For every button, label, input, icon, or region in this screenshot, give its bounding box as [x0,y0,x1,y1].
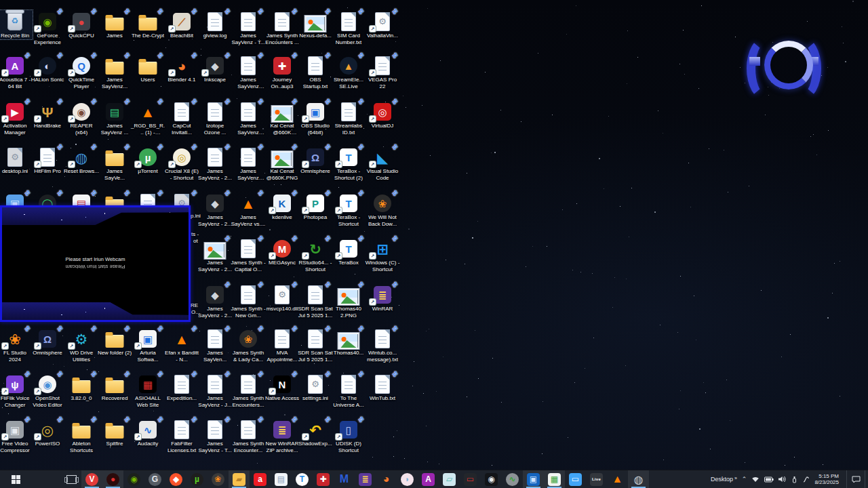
desktop-icon-wintub-co-message-txt[interactable]: ⇄Wintub.co... message).txt [365,327,400,363]
desktop-icon-omnisphere[interactable]: Ω⇄↗Omnisphere [298,146,333,175]
taskbar-item-live-badge-app[interactable]: Live [586,470,607,488]
desktop-icon-kai-cenat-660k-png[interactable]: ⇄Kai Cenat @660K.PNG [264,146,300,181]
desktop-icon-poweriso[interactable]: ◎⇄↗PowerISO [30,418,65,447]
hidden-icons-chevron-icon[interactable]: ⌃ [742,476,747,483]
desktop-icon-wintub-txt[interactable]: ⇄WinTub.txt [365,373,400,402]
desktop-icon-james-sayvenz-pre[interactable]: ⇄James SayVenz pre... [231,54,266,89]
taskbar-item-terabox[interactable]: T [292,470,313,488]
desktop-icon-omnisphere[interactable]: Ω⇄↗Omnisphere [30,327,65,357]
desktop-icon-we-will-not-back-dow[interactable]: ❀⇄We Will Not Back Dow... [365,192,400,227]
desktop-icon-3-82-0-0[interactable]: ⇄3.82.0_0 [64,373,99,402]
taskbar-item-blue-utility-app[interactable]: ▣ [523,470,544,488]
desktop-icon-expedition[interactable]: ⇄Expedition... [164,373,199,402]
taskbar-item-card-app[interactable]: ▭ [565,470,586,488]
desktop-icon-terabox[interactable]: T⇄↗TeraBox [331,237,366,266]
desktop-icon-new-folder-2[interactable]: ⇄New folder (2) [97,327,132,357]
desktop-icon-james-sayvenz-j[interactable]: ⇄James SayVenz - J... [197,373,233,408]
desktop-icon-efan-x-banditt-n[interactable]: ▲⇄Efan x Banditt - N... [164,327,199,363]
desktop-icon-recycle-bin[interactable]: ♻Recycle Bin [0,10,33,39]
taskbar-item-arturia-software-center[interactable]: A [418,470,439,488]
taskbar-item-nvidia-app[interactable]: ◉ [123,470,144,488]
desktop-icon-streamlabs-id-txt[interactable]: ⇄Streamlabs ID.txt [331,100,366,136]
taskbar-item-document-app[interactable]: ▤ [271,470,292,488]
taskbar-item-chart-document-app[interactable]: ▦ [544,470,565,488]
desktop-icon-native-access[interactable]: N⇄↗Native Access [264,373,300,402]
action-center-button[interactable] [846,470,861,488]
desktop-icon-winrar[interactable]: ≣⇄↗WinRAR [365,283,400,312]
desktop-icon-james-synth-encounter[interactable]: ⇄James Synth Encounter... [231,418,266,453]
desktop-icon-vegas-pro-22[interactable]: ⇄↗VEGAS Pro 22 [365,54,400,89]
desktop-icon-capcut-invitati[interactable]: ⇄CapCut Invitati... [164,100,199,136]
desktop-icon-obs-startup-txt[interactable]: ⇄OBS Startup.txt [298,54,333,89]
desktop-icon-photopea[interactable]: P⇄↗Photopea [298,192,333,221]
desktop-icon-halion-sonic[interactable]: ◐⇄↗HALion Sonic [30,54,65,83]
taskbar-item-blender[interactable]: ◕ [376,470,397,488]
desktop-icon-journey-on-aup3[interactable]: ✚⇄Journey On..aup3 [264,54,300,89]
task-view-button[interactable] [61,470,81,488]
taskbar-item-vlc-player[interactable]: ▲ [607,470,628,488]
taskbar-item-brave-browser[interactable]: ◆ [165,470,186,488]
desktop-icon-sim-card-number-txt[interactable]: ⇄SIM Card Number.txt [331,10,366,45]
desktop-icon-reaper-x64[interactable]: ◉⇄↗REAPER (x64) [64,100,99,136]
taskbar-item-iriun-webcam[interactable]: ◉ [481,470,502,488]
taskbar-item-github-desktop[interactable]: G [144,470,165,488]
desktop-icon-activation-manager[interactable]: ▶⇄↗Activation Manager [0,100,33,136]
taskbar-item-shell-app[interactable]: ◗ [397,470,418,488]
desktop-icon-the-de-crypt[interactable]: ⇄The De-Crypt [130,10,165,39]
network-icon[interactable] [751,476,760,483]
desktop-icon-james-sayven[interactable]: ⇄James SayVen... [197,327,233,363]
desktop-icon-blender-4-1[interactable]: ◕⇄↗Blender 4.1 [164,54,199,83]
desktop-icon-quickcpu[interactable]: ●⇄↗QuickCPU [64,10,99,39]
desktop-icon-quicktime-player[interactable]: Q⇄↗QuickTime Player [64,54,99,89]
desktop-icon-recovered[interactable]: ⇄Recovered [97,373,132,402]
taskbar-item-amd-software[interactable]: a [250,470,271,488]
taskbar-item-journey-app[interactable]: ✚ [313,470,334,488]
desktop-icon-thomas40-2-png[interactable]: ⇄Thomas40 2.PNG [331,283,366,319]
desktop-icon-sdr-scan-sat-jul-5-2025-1[interactable]: ⇄SDR Scan Sat Jul 5 2025 1... [298,283,333,319]
desktop-icon-james-synth-encounters[interactable]: ⇄James Synth Encounters... [231,373,266,408]
desktop-icon-settings-ini[interactable]: ⚙⇄settings.ini [298,373,333,402]
desktop-icon-nexus-defa[interactable]: ⇄Nexus-defa... [298,10,333,39]
desktop-icon-james-sayvenz-t[interactable]: ⇄James SayVenz - T... [197,418,233,453]
audio-plugin-icon[interactable] [802,476,810,483]
desktop-icon-openshot-video-editor[interactable]: ◉⇄↗OpenShot Video Editor [30,373,65,408]
desktop-icon-windows-c-shortcut[interactable]: ⊞⇄↗Windows (C) - Shortcut [365,237,400,272]
desktop-icon-james-sayvenz-pre[interactable]: ⇄James SayVenz pre... [231,146,266,181]
volume-icon[interactable] [778,476,787,483]
desktop-icon-james-sayvenz[interactable]: ▤⇄James SayVenz ... [97,100,132,136]
desktop-toolbar[interactable]: Desktop » [711,476,737,483]
desktop-icon-kdenlive[interactable]: K⇄↗kdenlive [264,192,300,221]
taskbar-item-red-media-app[interactable]: ● [102,470,123,488]
usb-icon[interactable] [791,476,797,483]
desktop-icon-visual-studio-code[interactable]: ◣⇄↗Visual Studio Code [365,146,400,181]
desktop-icon-crucial-x8-e-shortcut[interactable]: ◎⇄↗Crucial X8 (E) - Shortcut [164,146,199,181]
taskbar-item-capture-monitor-app[interactable]: ▭ [460,470,481,488]
taskbar-item-mega[interactable]: M [334,470,355,488]
show-desktop-button[interactable] [865,470,868,488]
start-button[interactable] [0,470,31,488]
desktop-icon-ableton-shortcuts[interactable]: ⇄Ableton Shortcuts [64,418,99,453]
desktop-icon-arturia-softwa[interactable]: ▣⇄↗Arturia Softwa... [130,327,165,363]
desktop-icon-thomas40[interactable]: ⇄Thomas40... [331,327,366,357]
desktop-icon-free-video-compressor[interactable]: ▣⇄↗Free Video Compressor [0,418,33,453]
desktop-icon-shadowexp[interactable]: ↶⇄↗ShadowExp... [298,418,333,447]
desktop-icon-james-sayvenz-2[interactable]: ◆⇄James SayVenz - 2... [197,192,233,227]
desktop-icon-james-sayvenz-2[interactable]: ⇄James SayVenz - 2... [197,237,233,272]
taskbar-item-file-explorer[interactable]: ▰ [229,470,250,488]
desktop-toolbar-chevron-icon[interactable]: » [734,476,737,481]
desktop-icon-mva-appointme[interactable]: ⇄MVA Appointme... [264,327,300,363]
taskbar-item-goldwave[interactable]: ∿ [502,470,523,488]
desktop-icon-james-synth-encounters[interactable]: ⇄James Synth Encounters ... [264,10,300,45]
desktop-icon-james-sayvenz-pre[interactable]: ⇄James SayVenz pre... [231,100,266,136]
desktop-icon-rgd-bs-r-1-tempo[interactable]: ▲⇄_RGD_BS_R... (1) - Tempo... [130,100,165,136]
desktop-icon-james-sayvenz[interactable]: ⇄James SayVenz... [97,54,132,89]
desktop-icon-udisk-d-shortcut[interactable]: ▯⇄↗UDISK (D) Shortcut [331,418,366,453]
taskbar-item-fl-studio[interactable]: ❀ [208,470,229,488]
desktop-icon-desktop-ini[interactable]: ⚙desktop.ini [0,146,33,175]
desktop-icon-inkscape[interactable]: ◆⇄↗Inkscape [197,54,233,83]
desktop-icon-james-synth-new-gm[interactable]: ⇄James Synth - New Gm... [231,283,266,319]
desktop-icon-james-sayvenz-t[interactable]: ⇄James SayVenz - T... [231,10,266,45]
taskbar-item-utorrent[interactable]: µ [186,470,208,488]
desktop-icon-izotope-ozone[interactable]: ⇄Izotope Ozone ... [197,100,233,136]
desktop-icon-obs-studio-64bit[interactable]: ▣⇄↗OBS Studio (64bit) [298,100,333,136]
